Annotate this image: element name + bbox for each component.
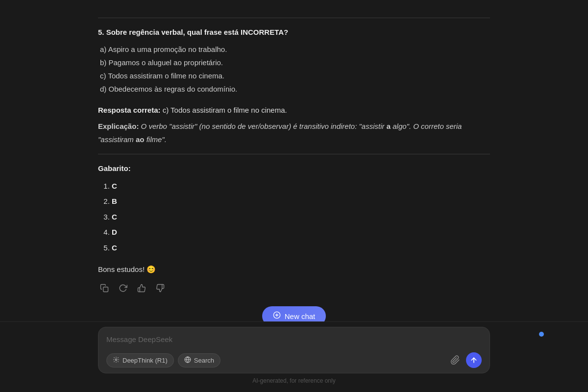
- gabarito-letter-1: C: [112, 182, 117, 190]
- explanation-bold-a: a: [387, 122, 391, 130]
- question-option-c: c) Todos assistiram o filme no cinema.: [100, 69, 490, 82]
- gabarito-item-1: C: [112, 178, 490, 194]
- gabarito-item-4: D: [112, 224, 490, 240]
- deepthink-button[interactable]: DeepThink (R1): [106, 353, 174, 368]
- new-chat-container: New chat: [98, 306, 490, 321]
- blue-dot-indicator: [539, 332, 544, 337]
- explanation-text1: O verbo "assistir" (no sentido de ver/ob…: [98, 122, 462, 144]
- input-container: DeepThink (R1) Search: [98, 327, 490, 373]
- input-toolbar: DeepThink (R1) Search: [106, 352, 482, 368]
- gabarito-letter-2: B: [112, 197, 117, 205]
- send-button[interactable]: [466, 352, 482, 368]
- new-chat-button[interactable]: New chat: [262, 306, 326, 321]
- gabarito-item-2: B: [112, 194, 490, 209]
- closing-message: Bons estudos! 😊: [98, 265, 490, 274]
- gabarito-list: C B C D C: [98, 178, 490, 256]
- gabarito-item-5: C: [112, 240, 490, 256]
- input-container-wrapper: DeepThink (R1) Search: [39, 327, 549, 373]
- attach-button[interactable]: [448, 353, 462, 367]
- thumbdown-icon: [156, 284, 165, 293]
- send-icon: [470, 356, 478, 364]
- new-chat-label: New chat: [285, 312, 316, 320]
- brain-icon: [113, 356, 120, 363]
- action-icons: [98, 282, 490, 294]
- main-content: 5. Sobre regência verbal, qual frase est…: [0, 0, 588, 321]
- copy-icon: [100, 284, 109, 293]
- message-input[interactable]: [106, 334, 482, 346]
- answer-correct: Resposta correta: c) Todos assistiram o …: [98, 103, 490, 117]
- refresh-icon: [119, 284, 127, 293]
- input-area: DeepThink (R1) Search: [0, 321, 588, 392]
- explanation-bold-ao: ao: [136, 135, 145, 144]
- thumbup-button[interactable]: [135, 282, 148, 294]
- gabarito-section: Gabarito: C B C D C: [98, 164, 490, 256]
- answer-correct-text: c) Todos assistiram o filme no cinema.: [161, 106, 287, 114]
- input-left-tools: DeepThink (R1) Search: [106, 353, 220, 368]
- gabarito-letter-4: D: [112, 228, 117, 236]
- deepthink-label: DeepThink (R1): [122, 357, 168, 364]
- gabarito-letter-5: C: [112, 244, 117, 252]
- question-option-b: b) Pagamos o aluguel ao proprietário.: [100, 56, 490, 69]
- svg-rect-0: [103, 287, 108, 292]
- gabarito-item-3: C: [112, 209, 490, 225]
- answer-block: Resposta correta: c) Todos assistiram o …: [98, 103, 490, 146]
- new-chat-icon: [273, 311, 281, 321]
- globe-icon: [184, 356, 191, 363]
- question-title: 5. Sobre regência verbal, qual frase est…: [98, 26, 490, 39]
- middle-divider: [98, 154, 490, 154]
- deepthink-icon: [113, 356, 120, 365]
- thumbup-icon: [137, 284, 146, 293]
- svg-point-1: [115, 359, 117, 361]
- gabarito-title: Gabarito:: [98, 164, 490, 172]
- search-globe-icon: [184, 356, 191, 365]
- plus-rotate-icon: [273, 311, 281, 319]
- refresh-button[interactable]: [117, 282, 129, 294]
- gabarito-letter-3: C: [112, 213, 117, 221]
- paperclip-icon: [450, 355, 460, 365]
- chat-area: 5. Sobre regência verbal, qual frase est…: [98, 10, 490, 321]
- question-block: 5. Sobre regência verbal, qual frase est…: [98, 26, 490, 96]
- explanation-label: Explicação:: [98, 122, 139, 130]
- search-label: Search: [194, 357, 214, 364]
- footer-note: AI-generated, for reference only: [98, 377, 490, 384]
- search-button[interactable]: Search: [178, 353, 220, 368]
- answer-explanation: Explicação: O verbo "assistir" (no senti…: [98, 120, 490, 146]
- top-divider: [98, 18, 490, 18]
- question-option-a: a) Aspiro a uma promoção no trabalho.: [100, 43, 490, 56]
- thumbdown-button[interactable]: [154, 282, 167, 294]
- input-right-tools: [448, 352, 482, 368]
- copy-button[interactable]: [98, 282, 111, 294]
- question-option-d: d) Obedecemos às regras do condomínio.: [100, 82, 490, 96]
- answer-correct-label: Resposta correta:: [98, 106, 161, 114]
